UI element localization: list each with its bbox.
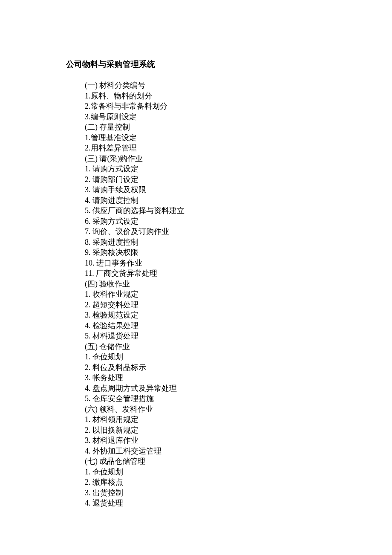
outline-item: 5. 供应厂商的选择与资料建立 xyxy=(85,205,392,216)
outline-item: 4. 检验结果处理 xyxy=(85,321,392,331)
outline-item: 1.管理基准设定 xyxy=(85,133,392,143)
outline-item: 10. 进口事务作业 xyxy=(85,258,392,269)
outline-item: 2. 请购部门设定 xyxy=(85,174,392,185)
outline-item: 9. 采购核决权限 xyxy=(85,247,392,258)
outline-item: 3. 帐务处理 xyxy=(85,373,392,383)
outline-item: 2. 以旧换新规定 xyxy=(85,425,392,436)
outline-item: 4. 盘点周期方式及异常处理 xyxy=(85,383,392,394)
outline-item: 3. 材料退库作业 xyxy=(85,435,392,446)
outline-item: 1. 仓位规划 xyxy=(85,467,392,477)
outline-item: 3.编号原则设定 xyxy=(85,112,392,122)
outline-item: (四) 验收作业 xyxy=(85,279,392,289)
outline-item: 1. 请购方式设定 xyxy=(85,164,392,174)
outline-item: 5. 仓库安全管理措施 xyxy=(85,393,392,404)
outline-item: 1. 仓位规划 xyxy=(85,352,392,362)
outline-item: 3. 检验规范设定 xyxy=(85,310,392,321)
outline-item: 11. 厂商交货异常处理 xyxy=(85,268,392,279)
outline-item: (七) 成品仓储管理 xyxy=(85,456,392,467)
outline-item: 3. 请购手续及权限 xyxy=(85,185,392,195)
outline-item: 2. 料位及料品标示 xyxy=(85,362,392,373)
document-outline: (一) 材料分类编号 1.原料、物料的划分 2.常备料与非常备料划分 3.编号原… xyxy=(66,80,392,509)
outline-item: 2. 缴库核点 xyxy=(85,477,392,488)
outline-item: (三) 请(采)购作业 xyxy=(85,153,392,164)
outline-item: 2.常备料与非常备料划分 xyxy=(85,101,392,112)
outline-item: 4. 外协加工料交运管理 xyxy=(85,446,392,457)
outline-item: 1. 收料作业规定 xyxy=(85,289,392,300)
outline-item: 1.原料、物料的划分 xyxy=(85,91,392,101)
outline-item: 3. 出货控制 xyxy=(85,488,392,498)
outline-item: 7. 询价、议价及订购作业 xyxy=(85,226,392,237)
outline-item: 6. 采购方式设定 xyxy=(85,216,392,227)
outline-item: 4. 请购进度控制 xyxy=(85,195,392,206)
outline-item: 4. 退货处理 xyxy=(85,498,392,509)
outline-item: (五) 仓储作业 xyxy=(85,341,392,352)
outline-item: 5. 材料退货处理 xyxy=(85,331,392,341)
outline-item: (二) 存量控制 xyxy=(85,122,392,133)
outline-item: (一) 材料分类编号 xyxy=(85,80,392,91)
outline-item: 8. 采购进度控制 xyxy=(85,237,392,248)
document-title: 公司物料与采购管理系统 xyxy=(66,59,392,70)
outline-item: 2.用料差异管理 xyxy=(85,143,392,153)
outline-item: 1. 材料领用规定 xyxy=(85,414,392,425)
outline-item: 2. 超短交料处理 xyxy=(85,300,392,310)
outline-item: (六) 领料、发料作业 xyxy=(85,404,392,415)
